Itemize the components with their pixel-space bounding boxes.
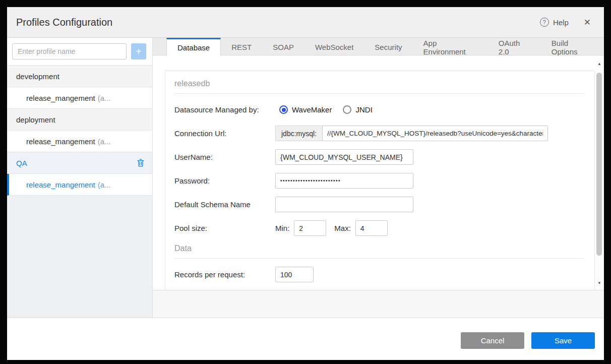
tab-soap[interactable]: SOAP xyxy=(262,38,304,55)
profile-item-label: release_mangement xyxy=(26,180,95,189)
scrollbar-thumb[interactable] xyxy=(596,73,602,256)
datasource-row: Datasource Managed by: WaveMaker JNDI xyxy=(174,102,584,117)
tab-build-options[interactable]: Build Options xyxy=(541,38,604,55)
connection-url-label: Connection Url: xyxy=(174,129,275,138)
scroll-down-icon[interactable]: ▼ xyxy=(596,281,603,286)
schema-row: Default Schema Name xyxy=(174,197,584,212)
profiles-sidebar: + development release_mangement (a... de… xyxy=(7,38,153,318)
password-input[interactable] xyxy=(275,173,413,189)
tab-websocket[interactable]: WebSocket xyxy=(304,38,364,55)
dialog-body: + development release_mangement (a... de… xyxy=(7,38,604,318)
tab-app-environment[interactable]: App Environment xyxy=(413,38,488,55)
pool-max-label: Max: xyxy=(334,224,351,232)
tab-oauth[interactable]: OAuth 2.0 xyxy=(488,38,541,55)
profile-name-input[interactable] xyxy=(12,43,127,59)
scroll-up-icon[interactable]: ▲ xyxy=(596,62,603,67)
username-label: UserName: xyxy=(174,153,275,161)
profile-item-label: release_mangement xyxy=(26,94,95,102)
username-row: UserName: xyxy=(174,149,584,165)
add-profile-button[interactable]: + xyxy=(131,43,146,59)
help-button[interactable]: ? Help xyxy=(540,18,569,27)
save-button[interactable]: Save xyxy=(531,332,595,349)
profile-item-suffix: (a... xyxy=(98,180,111,189)
trash-icon xyxy=(137,159,144,167)
profile-group-qa[interactable]: QA xyxy=(7,152,152,174)
profile-group-label: deployment xyxy=(16,115,55,124)
delete-profile-button[interactable] xyxy=(137,159,144,167)
profile-group-deployment[interactable]: deployment xyxy=(7,109,152,131)
profile-item-release-mangement[interactable]: release_mangement (a... xyxy=(7,131,152,152)
tab-bar: Database REST SOAP WebSocket Security Ap… xyxy=(153,38,604,55)
pool-min-label: Min: xyxy=(275,224,289,232)
page-title: Profiles Configuration xyxy=(16,17,112,28)
tab-security[interactable]: Security xyxy=(364,38,412,55)
radio-jndi-label: JNDI xyxy=(355,105,372,114)
password-label: Password: xyxy=(174,176,275,185)
header-actions: ? Help ✕ xyxy=(540,17,591,28)
profile-item-suffix: (a... xyxy=(98,94,111,102)
records-label: Records per request: xyxy=(174,270,275,279)
profile-group-development[interactable]: development xyxy=(7,66,152,87)
profiles-configuration-dialog: Profiles Configuration ? Help ✕ + develo… xyxy=(7,7,604,360)
pool-max-input[interactable] xyxy=(355,220,388,236)
vertical-scrollbar[interactable]: ▲ ▼ xyxy=(596,58,603,287)
tab-content-viewport: releasedb Datasource Managed by: WaveMak… xyxy=(153,55,604,290)
cancel-button[interactable]: Cancel xyxy=(461,332,524,349)
profile-list: development release_mangement (a... depl… xyxy=(7,66,152,196)
profile-item-release-mangement[interactable]: release_mangement (a... xyxy=(7,87,152,109)
password-row: Password: xyxy=(174,173,584,189)
dialog-header: Profiles Configuration ? Help ✕ xyxy=(7,7,604,38)
new-profile-bar: + xyxy=(7,38,152,66)
pool-min-input[interactable] xyxy=(294,220,326,236)
help-label: Help xyxy=(553,18,569,27)
profile-group-label: development xyxy=(16,72,59,81)
profile-group-label: QA xyxy=(16,159,27,167)
main-panel: Database REST SOAP WebSocket Security Ap… xyxy=(153,38,604,318)
username-input[interactable] xyxy=(275,149,413,165)
schema-input[interactable] xyxy=(275,197,413,212)
datasource-label: Datasource Managed by: xyxy=(174,105,275,114)
radio-unselected-icon xyxy=(343,105,351,114)
data-section-title: Data xyxy=(174,244,584,259)
database-form-panel: releasedb Datasource Managed by: WaveMak… xyxy=(165,71,595,290)
close-icon[interactable]: ✕ xyxy=(584,17,591,28)
profile-item-release-mangement-selected[interactable]: release_mangement (a... xyxy=(7,174,152,196)
radio-selected-icon xyxy=(279,105,288,114)
dialog-footer: Cancel Save xyxy=(7,318,604,360)
connection-url-prefix: jdbc:mysql: xyxy=(275,126,322,141)
pool-size-label: Pool size: xyxy=(174,224,275,232)
db-section-title: releasedb xyxy=(174,79,584,94)
records-input[interactable] xyxy=(275,267,314,282)
profile-item-suffix: (a... xyxy=(98,137,111,146)
radio-wavemaker-label: WaveMaker xyxy=(292,105,332,114)
connection-url-row: Connection Url: jdbc:mysql: xyxy=(174,126,584,141)
radio-wavemaker[interactable]: WaveMaker xyxy=(279,105,332,114)
connection-url-group: jdbc:mysql: xyxy=(275,126,548,141)
tab-rest[interactable]: REST xyxy=(221,38,262,55)
schema-label: Default Schema Name xyxy=(174,200,275,209)
help-icon: ? xyxy=(540,18,549,27)
content-footer-spacer xyxy=(153,290,604,318)
pool-size-row: Pool size: Min: Max: xyxy=(174,220,584,236)
records-row: Records per request: xyxy=(174,267,584,282)
radio-jndi[interactable]: JNDI xyxy=(343,105,372,114)
datasource-radio-group: WaveMaker JNDI xyxy=(279,105,373,114)
profile-item-label: release_mangement xyxy=(26,137,95,146)
connection-url-input[interactable] xyxy=(322,126,548,141)
tab-database[interactable]: Database xyxy=(166,38,221,55)
